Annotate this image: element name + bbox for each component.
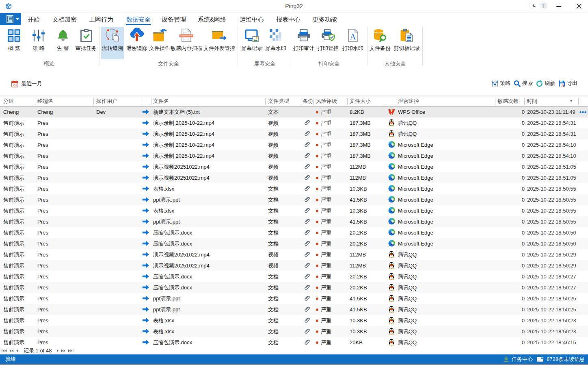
svg-text:A: A (561, 83, 564, 87)
svg-text:A: A (350, 32, 356, 41)
svg-text:23: 23 (13, 83, 17, 87)
